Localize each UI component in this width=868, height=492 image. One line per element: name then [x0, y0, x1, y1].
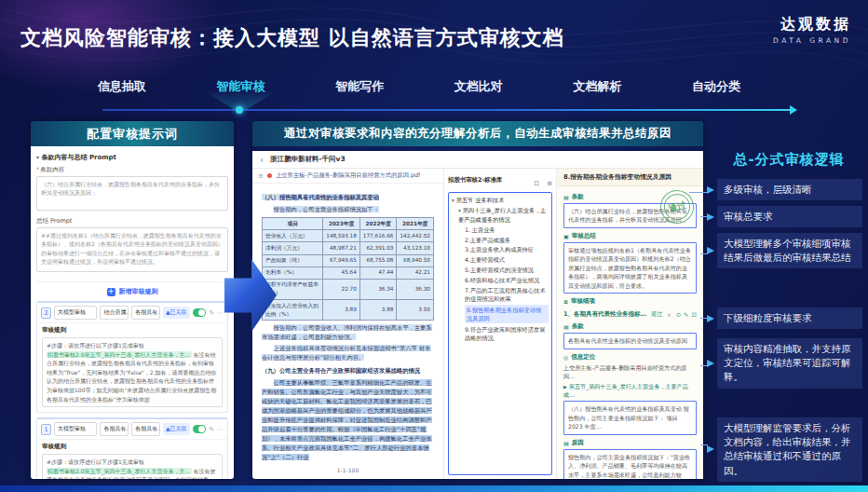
linked-badge: ▲已关联 — [163, 423, 190, 435]
locate-icon: ◎ — [563, 354, 568, 361]
collapse-icon: ▾ — [452, 198, 454, 203]
rule-type-input[interactable]: 大模型审核 — [54, 306, 97, 320]
table-row: 产品销量（吨）67,949.6568,755.0868,940.50 — [263, 254, 434, 266]
locate-excerpt-box[interactable]: （八）报告期具有代表性的业务指标及其变动 报告期内，公司主要业务指标情况如下： … — [563, 401, 697, 434]
locate-path-link[interactable]: ▶ 第五节_第四十三条_发行人主营业务，主要产品或… — [563, 382, 697, 400]
tab-document-parsing[interactable]: 文档解析 — [573, 78, 621, 95]
linked-badge: ▲已关联 — [163, 307, 190, 319]
rule-number-badge: 2 — [41, 308, 51, 319]
clause-content-textarea[interactable]: （六）结合所属行业特点，披露报告期各期具有代表性的业务指标，并分析其变动情况及原… — [36, 176, 228, 211]
rule-card-1-body: 审核规则 #步骤：请按序进行以下步骤1完成审核 招股书审核2.0第五节_第四十三… — [37, 440, 227, 479]
expand-all-icon[interactable]: ⊡ — [534, 180, 539, 187]
document-page[interactable]: （八）报告期具有代表性的业务指标及其变动 报告期内，公司主营业务指标情况如下： … — [252, 184, 443, 479]
more-options-icon[interactable]: ⋯ — [217, 426, 224, 433]
details-icon: ≡ — [563, 298, 568, 305]
review-detail-panel: 8.报告期各期业务指标变动情况及原因 ▤条款 （六）结合所属行业特点，披露报告期… — [557, 169, 703, 479]
review-result-panel: 通过对审核要求和内容的充分理解分析后，自动生成审核结果并总结原因 ‹ 浙江鹏华新… — [252, 121, 703, 479]
tree-item-8-active[interactable]: 8.报告期各期业务指标变动情况及原因 — [465, 305, 549, 324]
tree-node-article[interactable]: ▾ 第四十三条_发行人主营业务，主要产品或服务的情况 — [452, 206, 549, 224]
doc-para-4: 公司主要从事氟甲烷、三氟甲基系列精细化工产品的研发、生产和销售。公司所属氟化工行… — [262, 379, 432, 461]
tab-intelligent-writing[interactable]: 智能写作 — [335, 78, 384, 95]
rule-text: #步骤：请按序进行以下步骤1完成审核 招股书审核2.0第五节_第四十三条_发行人… — [42, 454, 223, 479]
tree-item-7[interactable]: 7.产品的工艺流程图及核心技术的使用情况和效果 — [465, 286, 549, 304]
tree-item-3[interactable]: 3.主营业务收入构成及特征 — [465, 245, 549, 253]
table-header: 2021年度 — [397, 218, 434, 230]
add-review-rule-button[interactable]: + 新增审核规则 — [36, 281, 228, 296]
collapse-icon: ▾ — [36, 154, 39, 160]
document-viewer: ≡ 上交所主板-产品服务-删除采用目前经营方式的原因.pdf （八）报告期具有代… — [252, 169, 444, 479]
more-options-icon[interactable]: ⋯ — [217, 309, 224, 317]
tree-item-5[interactable]: 5.主要经营模式的演变情况 — [465, 266, 549, 274]
comment-icon[interactable]: ⊙ — [676, 311, 681, 319]
review-summary-box: 审核通过项包括规则名称1（各期具有代表性业务指标的变动情况及变动原因）和规则名称… — [563, 242, 697, 294]
prompt-config-panel: 配置审核提示词 ▾ 条款内容与总结 Prompt *条款内容 （六）结合所属行业… — [31, 121, 234, 479]
callout-traceable: 审核内容精准抽取，并支持原文定位，审核结果可追踪可解释。 — [717, 338, 862, 389]
table-header: 2023年度 — [323, 218, 360, 230]
tab-document-compare[interactable]: 文档比对 — [454, 78, 503, 95]
tree-item-4[interactable]: 4.主要经营模式 — [465, 255, 549, 264]
connector-line — [700, 444, 708, 445]
edit-pencil-icon[interactable]: ✎ — [209, 426, 214, 433]
connector-line — [700, 365, 708, 366]
review-detail-body[interactable]: ▤条款 （六）结合所属行业特点，披露报告期各期具有代表性的业务指标，并分析其变动… — [557, 186, 703, 479]
callout-summary-generation: 大模型理解多个审核细项审核结果后做最后的审核结果总结 — [717, 233, 862, 268]
tree-item-2[interactable]: 2.主要产品或服务 — [465, 236, 549, 244]
clause-icon: ▤ — [563, 194, 569, 200]
prompt-section-header[interactable]: ▾ 条款内容与总结 Prompt — [36, 153, 228, 162]
document-tab[interactable]: ≡ 上交所主板-产品服务-删除采用目前经营方式的原因.pdf — [252, 169, 443, 184]
bottom-accent-bar — [0, 485, 868, 492]
plus-icon: + — [107, 288, 115, 296]
callout-overall-requirement: 审核总要求 — [717, 206, 862, 227]
tab-auto-classification[interactable]: 自动分类 — [692, 78, 740, 95]
slide: 文档风险智能审核：接入大模型 以自然语言方式审核文档 达观数据 DATA GRA… — [0, 0, 868, 492]
table-row: 毛利率（%）45.6447.4442.21 — [263, 266, 434, 279]
rule-type-input[interactable]: 大模型审核 — [54, 422, 97, 436]
sidebar-title: 总-分式审核逻辑 — [715, 151, 862, 169]
rule-ref1-input[interactable]: 各期具有… — [100, 422, 129, 436]
rule-highlight-tag: 招股书审核2.0第五节_第四十三条_发行人主营业务，主… — [47, 468, 192, 474]
connector-line — [700, 253, 708, 254]
locate-node-icon[interactable]: ⊕ — [547, 180, 552, 187]
edit-pencil-icon[interactable]: ✎ — [209, 309, 214, 317]
tree-node-section[interactable]: ▾ 第五节 业务和技术 — [452, 196, 549, 204]
required-asterisk: * — [36, 166, 39, 173]
menu-icon[interactable]: ≡ — [258, 172, 264, 180]
rule-ref2-input[interactable]: 各期具有… — [131, 306, 160, 320]
standard-library-tree: 招股书审核2-标准库 ⊡ ⊕ ▾ 第五节 业务和技术 ▾ 第四十三条_发行人主营… — [444, 169, 557, 479]
review-subitem-1[interactable]: 1、各期具有代表性业务指标… 通过 ∨ ⊙ ✎ ⊡ — [563, 310, 697, 319]
document-filename: 上交所主板-产品服务-删除采用目前经营方式的原因.pdf — [276, 171, 420, 180]
tab-information-extraction[interactable]: 信息抽取 — [98, 78, 146, 95]
tree-item-6[interactable]: 6.经营和核心技术产业化情况 — [465, 276, 549, 284]
business-metrics-table: 项目 2023年度 2022年度 2021年度 营业收入（万元）148,593.… — [262, 217, 434, 321]
doc-para-1: 报告期内，公司主营业务指标情况如下： — [274, 206, 379, 212]
back-chevron-icon[interactable]: ‹ — [260, 155, 264, 165]
chevron-down-icon[interactable]: ∨ — [667, 311, 671, 318]
timeline-arrow-icon — [790, 105, 797, 115]
rule-body-label: 审核规则 — [42, 326, 223, 335]
tree-item-9[interactable]: 9.符合产业政策和国家经济发展战略的情况 — [465, 325, 549, 343]
clause-icon: ▤ — [563, 323, 569, 330]
connector-line — [700, 216, 708, 217]
doc-para-3: 上述业务指标具体变动情况分析见本招股说明书“第六节 财务会计信息与管理层分析”部… — [262, 345, 431, 361]
tree-outline: ▾ 第五节 业务和技术 ▾ 第四十三条_发行人主营业务，主要产品或服务的情况 1… — [448, 192, 552, 475]
report-icon[interactable]: ⊡ — [692, 311, 697, 319]
page-title: 文档风险智能审核：接入大模型 以自然语言方式审核文档 — [20, 24, 564, 52]
edit-icon[interactable]: ✎ — [684, 311, 688, 319]
locate-doc-name[interactable]: 上交所主板-产品服务-删除采用目前经营方式的原因… — [563, 363, 697, 380]
app-topbar: ‹ 浙江鹏华新材料-千问v3 — [252, 151, 703, 169]
table-row: 净利润（万元）48,987.2162,391.0343,123.10 — [263, 242, 434, 254]
rule-ref2-input[interactable]: 各期具有… — [131, 422, 160, 436]
rule-enable-toggle[interactable] — [193, 425, 207, 433]
clause-content-label: *条款内容 — [36, 166, 228, 174]
rule-ref1-input[interactable]: 结合所属… — [100, 306, 129, 320]
rule-enable-toggle[interactable] — [193, 308, 207, 317]
tree-item-1[interactable]: 1. 主营业务 — [465, 226, 549, 234]
prompt-config-body: ▾ 条款内容与总结 Prompt *条款内容 （六）结合所属行业特点，披露报告期… — [31, 146, 234, 479]
table-row: 研发投入占营业收入的比例（%）3.893.883.50 — [263, 300, 434, 321]
collapse-icon: ▾ — [458, 208, 461, 213]
connector-line — [689, 192, 708, 193]
summary-prompt-textarea[interactable]: ##通过规则名称1（结合所属行业特点，披露报告期各期具有代表性的业务指标）、规则… — [36, 227, 228, 272]
table-header: 项目 — [263, 218, 323, 230]
rule-number-badge: 1 — [41, 424, 51, 435]
logo-en-text: DATA GRAND — [773, 36, 851, 45]
